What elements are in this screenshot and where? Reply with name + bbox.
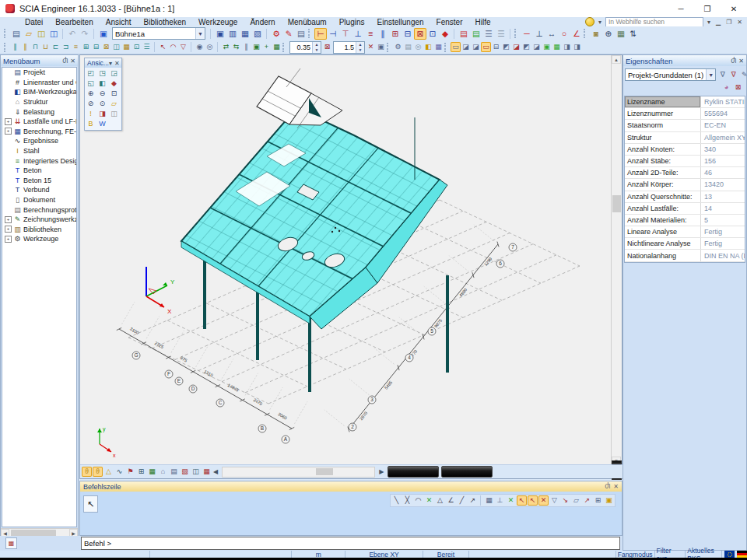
tree-item-berechnungsprotokoll[interactable]: ▤Berechnungsprotokoll — [2, 205, 76, 215]
undo-icon[interactable]: ↶ — [66, 28, 79, 40]
active-project-select[interactable]: Bühne1a▼ — [112, 27, 205, 40]
menu-plugins[interactable]: Plugins — [333, 18, 371, 26]
grid-icon[interactable]: ▦ — [615, 28, 627, 40]
beam-3-icon[interactable]: ⊤ — [339, 28, 352, 40]
tree-item-werkzeuge[interactable]: +⚙Werkzeuge — [2, 234, 76, 244]
disp-8-icon[interactable]: ⊞ — [81, 42, 91, 52]
mdi-restore-button[interactable]: ❐ — [724, 19, 733, 26]
beam-1-icon[interactable]: ⊢ — [314, 28, 327, 40]
scroll-thumb[interactable] — [612, 195, 621, 212]
render-11-icon[interactable]: ▦ — [552, 42, 562, 52]
tree-item-ergebnisse[interactable]: ∿Ergebnisse — [2, 136, 76, 146]
property-value[interactable]: 13 — [701, 193, 745, 201]
select-cursor-icon[interactable]: ↖ — [158, 42, 168, 52]
filter-a-icon[interactable]: ∇ — [717, 70, 728, 80]
menu-bearbeiten[interactable]: Bearbeiten — [49, 18, 99, 26]
beam-11-icon[interactable]: ◆ — [439, 28, 451, 40]
disp-12-icon[interactable]: ▦ — [121, 42, 132, 52]
doc-green-icon[interactable]: ▤ — [470, 28, 482, 40]
zoom-doc-icon[interactable]: ⊕ — [602, 28, 615, 40]
render-4-icon[interactable]: ▭ — [481, 42, 491, 52]
menu-einstellungen[interactable]: Einstellungen — [371, 18, 430, 26]
tree-item-lastf-lle-und-lf-kombinatik[interactable]: +⇊Lastfälle und LF-Kombinatik — [2, 117, 76, 127]
feedback-smiley-icon[interactable] — [585, 17, 594, 26]
pin-icon[interactable]: Ⴛ — [731, 58, 736, 65]
pin-icon[interactable]: Ⴛ — [62, 58, 68, 65]
zoom-window-icon[interactable]: ⊡ — [109, 89, 119, 99]
toolbar-dropdown-icon[interactable]: ▾ — [109, 60, 112, 67]
copy-b-icon[interactable]: ▥ — [226, 28, 239, 40]
disp-10-icon[interactable]: ⊠ — [101, 42, 111, 52]
settings-icon[interactable]: ⚙ — [393, 42, 403, 52]
zoom-selection-icon[interactable]: ⊙ — [97, 99, 107, 109]
search-dropdown-icon[interactable]: ▾ — [706, 19, 712, 26]
menu-datei[interactable]: Datei — [19, 18, 49, 26]
tree-item-integriertes-design-forms[interactable]: ≡Integriertes Design Forms — [2, 156, 76, 166]
snap-arc-icon[interactable]: ◠ — [413, 495, 423, 506]
grid-red-icon[interactable]: ▦ — [202, 467, 212, 477]
tree-item-struktur[interactable]: ⌂Struktur — [2, 97, 76, 107]
background-w-icon[interactable]: W — [97, 119, 107, 129]
property-row[interactable]: Anzahl Lastfälle:14 — [625, 203, 745, 215]
pin-icon[interactable]: Ⴛ — [605, 483, 610, 490]
menu-bibliotheken[interactable]: Bibliotheken — [138, 18, 192, 26]
perp-icon[interactable]: ⊥ — [533, 28, 545, 40]
view-preview-box-2[interactable] — [441, 466, 493, 478]
model-3d-view[interactable]: 3100272587513101484524703060GFEDCBA 1290… — [80, 55, 612, 465]
factor-spinner[interactable]: 1.5▲▼ — [333, 41, 365, 54]
snap-tri-icon[interactable]: △ — [435, 495, 445, 506]
edit-pencil-icon[interactable]: ✎ — [739, 70, 747, 80]
view-side-icon[interactable]: ◲ — [109, 68, 119, 79]
tree-item-zeichnungswerkzeuge[interactable]: +✎Zeichnungswerkzeuge — [2, 215, 76, 225]
property-row[interactable]: NationalanhangDIN EN NA (Deutschland) — [625, 250, 745, 261]
disp-13-icon[interactable]: ⊡ — [132, 42, 142, 52]
disp-1-icon[interactable]: ∥ — [10, 42, 20, 52]
menu-fenster[interactable]: Fenster — [430, 18, 469, 26]
view-back-icon[interactable]: ◱ — [86, 79, 96, 89]
tree-item-verbund[interactable]: TVerbund — [2, 185, 76, 195]
snap-line-icon[interactable]: ╲ — [391, 495, 402, 506]
flag-icon[interactable]: ⚑ — [125, 467, 135, 477]
snap-end-icon[interactable]: ↖ — [517, 495, 527, 506]
scale-spinner[interactable]: 0.35▲▼ — [289, 41, 321, 54]
model-viewport[interactable]: 3100272587513101484524703060GFEDCBA 1290… — [79, 54, 622, 479]
save-icon[interactable]: ◫ — [47, 28, 60, 40]
menu-werkzeuge[interactable]: Werkzeuge — [192, 18, 244, 26]
snap-plane-icon[interactable]: ▱ — [571, 495, 581, 506]
expand-icon[interactable]: + — [5, 226, 12, 233]
render-7-icon[interactable]: ◪ — [511, 42, 521, 52]
house-icon[interactable]: ⌂ — [158, 467, 168, 477]
add-icon[interactable]: + — [261, 42, 272, 52]
tree-item-beton[interactable]: TBeton — [2, 166, 76, 176]
property-value[interactable]: 46 — [701, 169, 745, 177]
property-value[interactable]: 340 — [701, 145, 745, 153]
result-curve-icon[interactable]: ∿ — [114, 467, 124, 477]
property-row[interactable]: Anzahl Querschnitte:13 — [625, 191, 745, 203]
viewport-horizontal-scrollbar[interactable] — [222, 467, 375, 478]
expand-icon[interactable]: + — [5, 118, 12, 125]
filter-b-icon[interactable]: ∇ — [728, 70, 738, 80]
render-12-icon[interactable]: ◨ — [562, 42, 572, 52]
close-panel-icon[interactable]: ✕ — [738, 58, 744, 65]
list-2-icon[interactable]: ☰ — [495, 28, 507, 40]
expand-icon[interactable]: + — [5, 236, 12, 243]
beam-4-icon[interactable]: ⊥ — [352, 28, 364, 40]
beam-2-icon[interactable]: ⊣ — [327, 28, 339, 40]
property-value[interactable]: DIN EN NA (Deutschland) — [701, 252, 745, 260]
tree-item-berechnung-fe-netz[interactable]: +▦Berechnung, FE-Netz — [2, 127, 76, 137]
tree-item-linienraster-und-geschosse[interactable]: #Linienraster und Geschosse — [2, 78, 76, 88]
sheet-2-icon[interactable]: ◎ — [413, 42, 423, 52]
hatch-icon[interactable]: ▧ — [180, 467, 190, 477]
copy-a-icon[interactable]: ▣ — [214, 28, 226, 40]
panel-icon[interactable]: ◫ — [191, 467, 201, 477]
property-row[interactable]: Anzahl Körper:13420 — [625, 179, 745, 191]
layers-icon[interactable]: ▣ — [376, 42, 386, 52]
menu-hilfe[interactable]: Hilfe — [468, 18, 496, 26]
property-value[interactable]: Allgemein XYZ — [701, 134, 745, 142]
grid-green-icon[interactable]: ▦ — [147, 467, 157, 477]
tree-item-stahl[interactable]: IStahl — [2, 146, 76, 156]
disp-6-icon[interactable]: ⊐ — [61, 42, 71, 52]
beam-6-icon[interactable]: ∥ — [377, 28, 389, 40]
delete-prop-icon[interactable]: ⊠ — [733, 82, 743, 93]
minimize-button[interactable]: ─ — [668, 1, 694, 17]
